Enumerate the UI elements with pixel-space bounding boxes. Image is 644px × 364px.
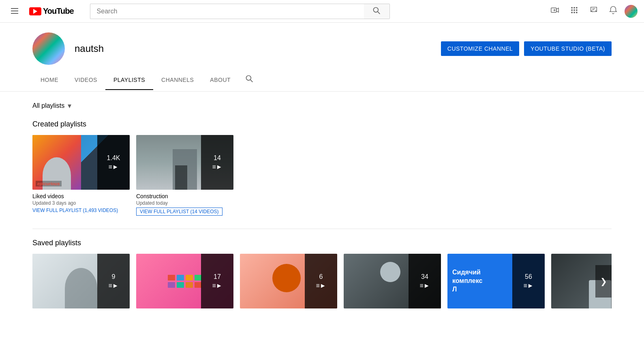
dog-count: 6	[319, 273, 323, 280]
playlist-thumb-construction: 14 ≡►	[136, 135, 233, 190]
queue-icon: ≡►	[108, 163, 118, 171]
youtube-studio-button[interactable]: YOUTUBE STUDIO (BETA)	[524, 41, 612, 56]
dog-count-overlay: 6 ≡►	[305, 254, 337, 308]
queue-icon-ru: ≡►	[523, 282, 533, 289]
dog-thumb: 6 ≡►	[240, 254, 337, 308]
channel-avatar	[32, 32, 65, 65]
saved-playlists-title: Saved playlists	[32, 239, 612, 247]
search-button[interactable]	[364, 4, 390, 19]
girl-count-overlay: 34 ≡►	[409, 254, 441, 308]
apps-icon	[570, 6, 578, 16]
bell-icon	[609, 6, 618, 17]
yoga-count-overlay: 9 ≡►	[97, 254, 130, 308]
svg-rect-10	[576, 7, 577, 9]
svg-line-4	[378, 12, 380, 14]
art-count-overlay: 17 ≡►	[201, 254, 233, 308]
art-thumb: 17 ≡►	[136, 254, 233, 308]
header: YouTube	[0, 0, 644, 23]
customize-channel-button[interactable]: CUSTOMIZE CHANNEL	[441, 41, 519, 56]
saved-playlists-row: 9 ≡►	[32, 254, 612, 308]
saved-playlist-art[interactable]: 17 ≡►	[136, 254, 233, 308]
queue-icon-dog: ≡►	[316, 282, 326, 289]
queue-icon-2: ≡►	[212, 163, 222, 171]
menu-button[interactable]	[6, 3, 23, 19]
svg-rect-16	[576, 12, 577, 13]
saved-playlists-container: 9 ≡►	[32, 254, 612, 308]
svg-rect-11	[571, 9, 573, 11]
create-icon	[550, 6, 559, 17]
liked-videos-view-link[interactable]: VIEW FULL PLAYLIST (1,493 VIDEOS)	[32, 208, 118, 213]
svg-rect-1	[11, 11, 18, 11]
main-content: All playlists ▾ Created playlists epicur…	[0, 92, 644, 318]
nav-channels[interactable]: CHANNELS	[153, 70, 202, 90]
construction-view-link[interactable]: VIEW FULL PLAYLIST (14 VIDEOS)	[136, 208, 223, 216]
construction-count-overlay: 14 ≡►	[201, 135, 233, 190]
search-bar	[90, 4, 390, 19]
section-divider	[32, 229, 612, 229]
playlist-thumb-liked: epicurious 1.4K ≡►	[32, 135, 130, 190]
channel-name: nautsh	[75, 43, 104, 54]
construction-updated: Updated today	[136, 200, 233, 206]
girl-thumb: 34 ≡►	[344, 254, 441, 308]
nav-playlists[interactable]: PLAYLISTS	[105, 70, 153, 90]
queue-icon-girl: ≡►	[419, 282, 430, 289]
created-playlists-section: Created playlists epicurious 1.4K ≡►	[32, 120, 612, 216]
svg-line-18	[250, 80, 252, 82]
header-right	[547, 3, 638, 19]
nav-videos[interactable]: VIDEOS	[66, 70, 105, 90]
svg-rect-0	[11, 8, 18, 9]
construction-title: Construction	[136, 193, 233, 199]
playlist-card-construction[interactable]: 14 ≡► Construction Updated today VIEW FU…	[136, 135, 233, 216]
messages-icon	[589, 6, 598, 17]
ru-count-overlay: 56 ≡►	[512, 254, 545, 308]
liked-videos-count: 1.4K	[107, 154, 120, 162]
saved-playlist-dog[interactable]: 6 ≡►	[240, 254, 337, 308]
header-left: YouTube	[6, 3, 74, 19]
chevron-down-icon: ▾	[68, 101, 71, 110]
construction-count: 14	[214, 154, 221, 162]
channel-nav: HOME VIDEOS PLAYLISTS CHANNELS ABOUT	[0, 68, 644, 92]
apps-button[interactable]	[566, 3, 582, 19]
messages-button[interactable]	[586, 3, 602, 19]
search-icon	[372, 6, 381, 16]
playlists-filter[interactable]: All playlists ▾	[32, 101, 612, 110]
svg-rect-9	[573, 7, 575, 9]
ru-count: 56	[525, 273, 532, 280]
account-button[interactable]	[625, 5, 638, 18]
playlists-filter-label: All playlists	[32, 102, 64, 109]
svg-point-17	[246, 76, 251, 81]
liked-videos-title: Liked videos	[32, 193, 130, 199]
girl-count: 34	[421, 273, 428, 280]
saved-playlists-section: Saved playlists 9 ≡►	[32, 239, 612, 308]
yoga-thumb: 9 ≡►	[32, 254, 130, 308]
saved-playlist-ru[interactable]: СидячийкомплексЛ 56 ≡►	[447, 254, 545, 308]
create-video-button[interactable]	[547, 3, 563, 19]
svg-rect-12	[573, 9, 575, 11]
svg-rect-13	[576, 9, 577, 11]
art-count: 17	[214, 273, 221, 280]
ru-thumb: СидячийкомплексЛ 56 ≡►	[447, 254, 545, 308]
channel-actions: CUSTOMIZE CHANNEL YOUTUBE STUDIO (BETA)	[441, 41, 612, 56]
created-playlists-title: Created playlists	[32, 120, 612, 128]
notifications-button[interactable]	[605, 3, 621, 19]
channel-search-button[interactable]	[242, 68, 257, 91]
saved-playlist-yoga[interactable]: 9 ≡►	[32, 254, 130, 308]
queue-icon-art: ≡►	[212, 282, 222, 289]
liked-videos-count-overlay: 1.4K ≡►	[97, 135, 130, 190]
youtube-logo[interactable]: YouTube	[29, 6, 74, 16]
svg-rect-14	[571, 12, 573, 13]
epicurious-badge: epicurious	[36, 181, 62, 186]
queue-icon-yoga: ≡►	[108, 282, 118, 289]
playlist-card-liked[interactable]: epicurious 1.4K ≡► Liked videos Updated …	[32, 135, 130, 216]
svg-rect-8	[571, 7, 573, 9]
nav-about[interactable]: ABOUT	[202, 70, 239, 90]
svg-point-3	[374, 8, 379, 13]
nav-home[interactable]: HOME	[32, 70, 66, 90]
next-button[interactable]: ❯	[595, 265, 612, 298]
liked-videos-updated: Updated 3 days ago	[32, 200, 130, 206]
search-input[interactable]	[90, 4, 364, 19]
saved-playlist-girl[interactable]: 34 ≡►	[344, 254, 441, 308]
avatar	[625, 5, 638, 18]
svg-rect-15	[573, 12, 575, 13]
hamburger-icon	[11, 6, 18, 16]
